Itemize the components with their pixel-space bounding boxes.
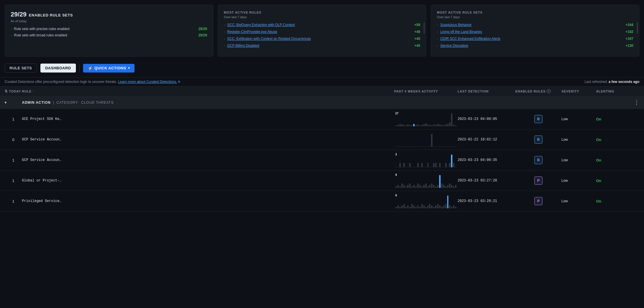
chart-bar <box>415 167 417 167</box>
cell-enabled: B <box>515 156 561 164</box>
chart-bar <box>455 167 456 167</box>
chart-bar <box>423 124 425 126</box>
enabled-rule-sets-items: ◦ Rule sets with precise rules enabled 2… <box>11 27 207 37</box>
chart-bar <box>437 124 439 126</box>
col-severity: SEVERITY <box>561 90 596 93</box>
enabled-badge: P <box>534 197 542 205</box>
chart-bar <box>425 167 427 167</box>
chart-bar <box>407 124 409 126</box>
chart-bar <box>417 124 419 126</box>
col-today: ⇅ TODAY <box>5 89 22 93</box>
rule-sets-button[interactable]: RULE SETS <box>5 64 37 73</box>
rule-set-link[interactable]: Service Disruption <box>440 44 623 48</box>
rule-set-link[interactable]: Suspicious Behavior <box>440 23 623 27</box>
enabled-rule-sets-subtitle: As of today <box>11 19 207 23</box>
group-chevron-icon[interactable]: ▾ <box>5 101 7 105</box>
detections-table: ⇅ TODAY RULE ↑ PAST 4 WEEKS ACTIVITY LAS… <box>0 86 644 211</box>
chart-bar <box>451 185 452 188</box>
chart-bar <box>453 205 454 208</box>
dashboard-button[interactable]: DASHBOARD <box>40 64 76 73</box>
chart-bar <box>433 207 435 208</box>
col-detection-label: LAST DETECTION <box>458 90 489 93</box>
chart-bar <box>405 186 407 188</box>
chart-bar <box>441 207 443 208</box>
chart-bar <box>405 167 407 167</box>
cell-activity: 9 <box>394 194 458 208</box>
mini-chart <box>395 175 456 188</box>
chart-bar <box>403 125 405 126</box>
rule-count: +40 <box>414 44 420 48</box>
quick-actions-button[interactable]: ⚡ QUICK ACTIONS ▾ <box>83 64 134 73</box>
col-detection: LAST DETECTION <box>458 90 515 93</box>
chart-bar <box>401 124 403 126</box>
rule-set-count: +130 <box>626 44 633 48</box>
cell-rule[interactable]: GCP Service Accoun… <box>22 138 394 142</box>
sort-icon: ↑ <box>33 90 34 93</box>
mini-chart <box>395 134 456 147</box>
chart-bar <box>413 146 415 147</box>
cell-rule[interactable]: GCE Project SSH Ke… <box>22 117 394 121</box>
more-options-icon[interactable]: ⋮ <box>631 99 639 106</box>
most-active-rule-sets-items: ◦ Suspicious Behavior +344 ◦ Living off … <box>437 23 633 48</box>
cell-severity: Low <box>561 179 596 183</box>
chart-bar <box>441 125 443 126</box>
cell-alerting: On <box>596 117 631 121</box>
chart-bar <box>425 207 427 208</box>
chart-bar <box>397 205 399 208</box>
info-learn-more-link[interactable]: Learn more about Curated Detections. <box>118 80 177 84</box>
table-row: 1 GCP Service Accoun… 3 2023-03-23 04:00… <box>0 150 644 170</box>
col-alerting-label: ALERTING <box>596 90 614 93</box>
chart-bar <box>423 146 425 147</box>
rule-set-link[interactable]: CDIR SCC Enhanced Exfiltration Alerts <box>440 37 623 41</box>
chart-bar <box>409 163 411 167</box>
chart-bar <box>429 185 430 188</box>
chart-bar <box>449 163 450 167</box>
chart-bar <box>399 186 401 188</box>
bullet-icon: ◦ <box>224 23 225 27</box>
chart-bar <box>451 207 452 208</box>
chart-bar <box>421 146 423 147</box>
enabled-badge: B <box>534 115 542 123</box>
scrollbar[interactable] <box>424 22 425 34</box>
cell-rule[interactable]: Privileged Service… <box>22 199 394 203</box>
cell-rule[interactable]: GCP Service Accoun… <box>22 158 394 162</box>
chart-bar <box>411 146 413 147</box>
bullet-icon: ◦ <box>437 37 438 40</box>
rule-link[interactable]: Register-CimProvider.exe Abuse <box>227 30 412 34</box>
cell-detection: 2023-03-23 03:27:28 <box>458 179 515 183</box>
chart-bar <box>445 204 447 208</box>
cell-severity: Low <box>561 117 596 121</box>
rule-link[interactable]: SCC: BigQuery Extraction with DLP Contex… <box>227 23 412 27</box>
chart-bar <box>405 125 407 126</box>
scrollbar[interactable] <box>637 22 638 34</box>
chart-bar <box>437 167 439 167</box>
chart-bar <box>401 167 403 167</box>
chart-bar <box>429 167 430 167</box>
chart-bar <box>427 124 429 126</box>
bullet-icon: ◦ <box>437 44 438 47</box>
col-severity-label: SEVERITY <box>561 90 579 93</box>
rule-set-link[interactable]: Living off the Land Binaries <box>440 30 623 34</box>
chart-bar <box>443 125 445 126</box>
chart-bar <box>421 125 423 126</box>
rule-link[interactable]: GCP Billing Disabled <box>227 44 412 48</box>
cell-rule[interactable]: Global or Project-… <box>22 179 394 183</box>
table-header: ⇅ TODAY RULE ↑ PAST 4 WEEKS ACTIVITY LAS… <box>0 86 644 97</box>
rule-count: +58 <box>414 23 420 27</box>
bullet-icon: ◦ <box>224 30 225 34</box>
chart-bar <box>427 163 429 167</box>
chart-bar <box>439 205 441 208</box>
chart-bar <box>409 146 411 147</box>
col-rule[interactable]: RULE ↑ <box>22 90 394 93</box>
chart-bar <box>449 205 450 208</box>
help-icon[interactable]: ? <box>547 89 551 93</box>
cell-enabled: B <box>515 136 561 144</box>
chart-bar <box>451 155 452 167</box>
enabled-badge: B <box>534 136 542 144</box>
most-active-rules-items: ◦ SCC: BigQuery Extraction with DLP Cont… <box>224 23 420 48</box>
collapse-all-icon[interactable]: ⇅ <box>5 89 8 93</box>
chart-bar <box>413 124 415 126</box>
col-rule-label: RULE <box>22 90 31 93</box>
rule-link[interactable]: SCC: Exfiltration with Context on Relate… <box>227 37 412 41</box>
chart-bar <box>425 123 427 126</box>
